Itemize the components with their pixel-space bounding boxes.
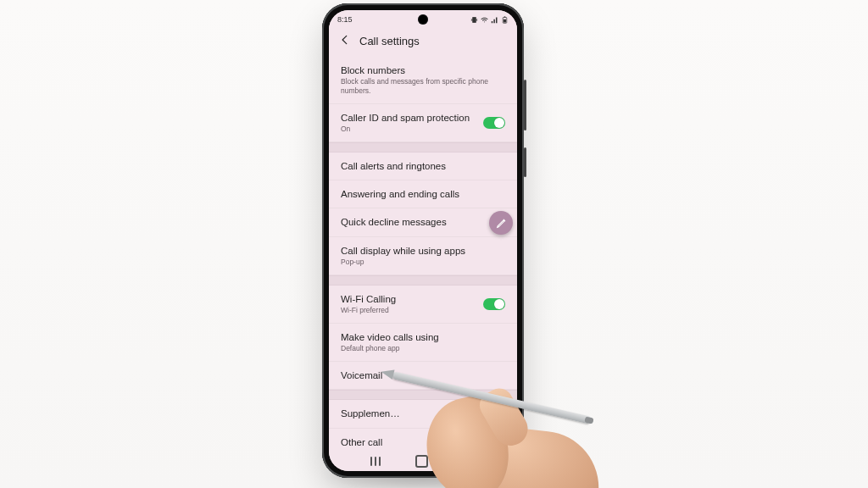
group-separator	[329, 390, 517, 400]
screen-header: Call settings	[329, 29, 517, 57]
group-separator	[329, 142, 517, 152]
pencil-icon	[496, 218, 507, 229]
row-voicemail[interactable]: Voicemail	[329, 362, 517, 390]
row-block-numbers[interactable]: Block numbersBlock calls and messages fr…	[329, 57, 517, 104]
row-caller-id-spam[interactable]: Caller ID and spam protectionOn	[329, 104, 517, 142]
row-title: Make video calls using	[341, 331, 505, 343]
row-text: Answering and ending calls	[341, 188, 505, 200]
row-text: Other call	[341, 436, 505, 448]
row-subtitle: Pop-up	[341, 258, 505, 267]
group-separator	[329, 275, 517, 286]
signal-icon	[491, 16, 498, 24]
wifi-icon	[481, 16, 488, 24]
row-title: Other call	[341, 436, 505, 448]
row-text: Supplemen…	[341, 408, 505, 419]
edit-fab[interactable]	[489, 211, 513, 235]
row-title: Supplemen…	[341, 408, 505, 419]
row-text: Call alerts and ringtones	[341, 160, 505, 172]
front-camera-hole	[418, 14, 428, 25]
row-title: Wi-Fi Calling	[341, 293, 475, 305]
row-title: Block numbers	[341, 64, 505, 76]
row-subtitle: Block calls and messages from specific p…	[341, 77, 505, 95]
row-text: Make video calls usingDefault phone app	[341, 331, 505, 353]
back-button[interactable]	[339, 34, 351, 48]
row-call-alerts-ringtones[interactable]: Call alerts and ringtones	[329, 152, 517, 180]
row-text: Caller ID and spam protectionOn	[341, 112, 475, 134]
status-icons	[470, 16, 509, 24]
power-button	[524, 147, 526, 177]
phone-screen: 8:15 Call settings Block numbersBlock ca…	[329, 10, 517, 471]
chevron-left-icon	[339, 34, 351, 46]
phone-frame: 8:15 Call settings Block numbersBlock ca…	[322, 3, 524, 478]
row-video-calls[interactable]: Make video calls usingDefault phone app	[329, 324, 517, 362]
row-title: Answering and ending calls	[341, 188, 505, 200]
row-title: Call alerts and ringtones	[341, 160, 505, 172]
caller-id-spam-toggle[interactable]	[483, 117, 505, 129]
nav-bar	[329, 451, 517, 471]
row-text: Block numbersBlock calls and messages fr…	[341, 64, 505, 96]
wifi-calling-toggle[interactable]	[483, 298, 505, 310]
settings-list: Block numbersBlock calls and messages fr…	[329, 57, 517, 457]
svg-rect-1	[504, 19, 506, 22]
page-title: Call settings	[359, 35, 420, 47]
chevron-left-icon	[464, 453, 476, 465]
row-answering-ending[interactable]: Answering and ending calls	[329, 180, 517, 208]
status-time: 8:15	[337, 15, 353, 24]
row-wifi-calling[interactable]: Wi-Fi CallingWi-Fi preferred	[329, 286, 517, 324]
row-supplementary[interactable]: Supplemen…	[329, 400, 517, 428]
row-title: Caller ID and spam protection	[341, 112, 475, 124]
row-title: Quick decline messages	[341, 216, 505, 228]
nav-home[interactable]	[415, 455, 428, 468]
volume-button	[524, 80, 526, 130]
row-title: Voicemail	[341, 369, 505, 381]
row-title: Call display while using apps	[341, 245, 505, 257]
svg-rect-2	[504, 16, 506, 17]
row-text: Call display while using appsPop-up	[341, 245, 505, 267]
row-text: Wi-Fi CallingWi-Fi preferred	[341, 293, 475, 315]
row-text: Quick decline messages	[341, 216, 505, 228]
status-bar: 8:15	[329, 10, 517, 29]
row-call-display[interactable]: Call display while using appsPop-up	[329, 237, 517, 275]
nav-recents[interactable]	[370, 457, 381, 466]
nav-back[interactable]	[464, 453, 476, 469]
row-subtitle: On	[341, 125, 475, 134]
vibrate-icon	[470, 16, 478, 24]
battery-icon	[501, 16, 509, 24]
row-text: Voicemail	[341, 369, 505, 381]
row-subtitle: Wi-Fi preferred	[341, 306, 475, 315]
row-subtitle: Default phone app	[341, 344, 505, 353]
